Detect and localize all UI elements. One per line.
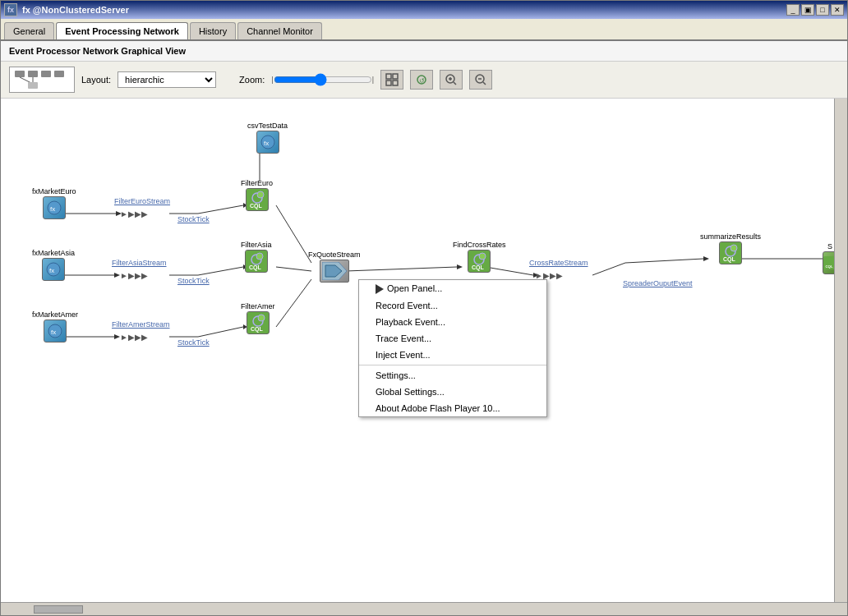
diagram-area[interactable]: csvTestData fx fxMarketEuro fx FilterEur… [1,99,834,602]
zoom-slider-container: | | [271,73,374,86]
vertical-scrollbar[interactable] [834,99,847,602]
restore-button[interactable]: ▣ [801,4,814,16]
zoom-in-button[interactable] [440,70,463,90]
menu-item-trace-event[interactable]: Trace Event... [359,330,546,347]
menu-item-open-panel[interactable]: Open Panel... [359,280,546,297]
link-FilterAmerStream[interactable]: FilterAmerStream [112,320,170,329]
content-area: Event Processor Network Graphical View L… [1,41,847,615]
svg-line-32 [276,205,311,263]
diagram-wrapper: csvTestData fx fxMarketEuro fx FilterEur… [1,99,847,602]
node-label-fxMarketAmer: fxMarketAmer [32,310,78,319]
link-StockTick2[interactable]: StockTick [177,277,210,285]
tab-history[interactable]: History [190,22,236,39]
svg-text:►▶▶▶: ►▶▶▶ [120,333,148,342]
link-FilterEuroStream[interactable]: FilterEuroStream [114,197,170,205]
svg-text:CQL: CQL [825,264,832,269]
menu-item-inject-event[interactable]: Inject Event... [359,347,546,363]
svg-point-62 [256,253,263,260]
menu-separator-1 [359,365,546,365]
tab-bar: General Event Processing Network History… [1,19,847,41]
layout-select[interactable]: hierarchic organic tree [118,71,216,88]
svg-point-68 [479,253,486,260]
layout-label: Layout: [81,75,111,85]
svg-line-30 [276,267,311,271]
close-button[interactable]: ✕ [831,4,844,16]
node-icon-FindCrossRates: CQL [468,250,491,273]
node-summarizeResults[interactable]: summarizeResults CQL [700,232,761,264]
svg-line-38 [276,279,311,327]
svg-rect-10 [393,80,398,85]
link-StockTick1[interactable]: StockTick [177,215,210,223]
node-label-summarizeResults: summarizeResults [700,232,761,241]
tab-epn[interactable]: Event Processing Network [56,22,188,39]
node-fxMarketAsia[interactable]: fxMarketAsia fx [32,249,75,281]
node-icon-s-partial: CQL [823,251,834,274]
svg-marker-26 [114,273,120,278]
node-FxQuoteStream[interactable]: FxQuoteStream [308,251,361,283]
stream-connector-euro: ►▶▶▶ [120,208,165,221]
link-FilterAsiaStream[interactable]: FilterAsiaStream [112,259,167,267]
svg-rect-2 [41,71,51,77]
cursor-icon [376,284,384,294]
svg-text:CQL: CQL [250,203,263,209]
svg-text:CQL: CQL [249,264,262,271]
node-s-partial[interactable]: S CQL [823,242,834,274]
window-controls: _ ▣ □ ✕ [786,4,844,16]
stream-connector-asia: ►▶▶▶ [120,269,165,283]
node-FilterAmer[interactable]: FilterAmer CQL [241,302,275,334]
svg-text:↺: ↺ [419,77,425,85]
svg-line-43 [592,263,625,275]
reset-zoom-button[interactable]: ↺ [410,70,433,90]
node-label-fxMarketEuro: fxMarketEuro [32,187,76,195]
title-bar: fx fx @NonClusteredServer _ ▣ □ ✕ [1,1,847,19]
link-SpreaderOuputEvent[interactable]: SpreaderOuputEvent [623,279,693,287]
node-icon-FilterAmer: CQL [247,311,270,334]
node-FilterEuro[interactable]: FilterEuro CQL [241,179,273,211]
svg-point-73 [730,245,737,251]
svg-rect-8 [393,74,398,79]
zoom-out-button[interactable] [469,70,492,90]
svg-text:►▶▶▶: ►▶▶▶ [120,271,148,280]
link-CrossRateStream[interactable]: CrossRateStream [529,259,588,267]
node-icon-FilterEuro: CQL [246,188,269,211]
node-icon-fxMarketAsia: fx [42,258,65,281]
svg-line-39 [346,267,457,271]
window-title: fx @NonClusteredServer [22,5,781,15]
node-csvTestData[interactable]: csvTestData fx [247,122,288,154]
svg-rect-7 [386,74,391,79]
node-fxMarketEuro[interactable]: fxMarketEuro fx [32,187,76,219]
menu-item-playback-event[interactable]: Playback Event... [359,314,546,330]
horizontal-scrollbar[interactable] [1,602,847,615]
zoom-slider[interactable] [274,73,372,86]
node-fxMarketAmer[interactable]: fxMarketAmer fx [32,310,78,342]
fit-button[interactable] [380,70,403,90]
main-window: fx fx @NonClusteredServer _ ▣ □ ✕ Genera… [0,0,848,616]
maximize-button[interactable]: □ [816,4,829,16]
svg-line-23 [198,205,243,214]
svg-line-19 [483,82,486,85]
scrollbar-thumb[interactable] [34,605,83,614]
menu-item-about-flash[interactable]: About Adobe Flash Player 10... [359,400,546,416]
tab-channel-monitor[interactable]: Channel Monitor [237,22,322,39]
svg-rect-9 [386,80,391,85]
svg-rect-3 [54,71,64,77]
svg-text:fx: fx [264,140,269,147]
layout-preview-icon [9,67,75,93]
link-StockTick3[interactable]: StockTick [177,338,210,347]
tab-general[interactable]: General [4,22,54,39]
minimize-button[interactable]: _ [786,4,800,16]
svg-text:CQL: CQL [472,264,485,271]
menu-item-global-settings[interactable]: Global Settings... [359,384,546,400]
svg-text:CQL: CQL [723,256,736,263]
svg-text:fx: fx [50,205,55,213]
node-FilterAsia[interactable]: FilterAsia CQL [241,241,272,273]
zoom-label: Zoom: [239,75,265,85]
menu-item-settings[interactable]: Settings... [359,367,546,384]
section-title: Event Processor Network Graphical View [1,41,847,62]
node-FindCrossRates[interactable]: FindCrossRates CQL [453,241,506,273]
node-icon-FxQuoteStream [320,260,349,283]
node-label-FilterAsia: FilterAsia [241,241,272,249]
menu-item-record-event[interactable]: Record Event... [359,297,546,314]
diagram-toolbar: Layout: hierarchic organic tree Zoom: | … [1,62,847,99]
svg-line-16 [454,82,456,85]
